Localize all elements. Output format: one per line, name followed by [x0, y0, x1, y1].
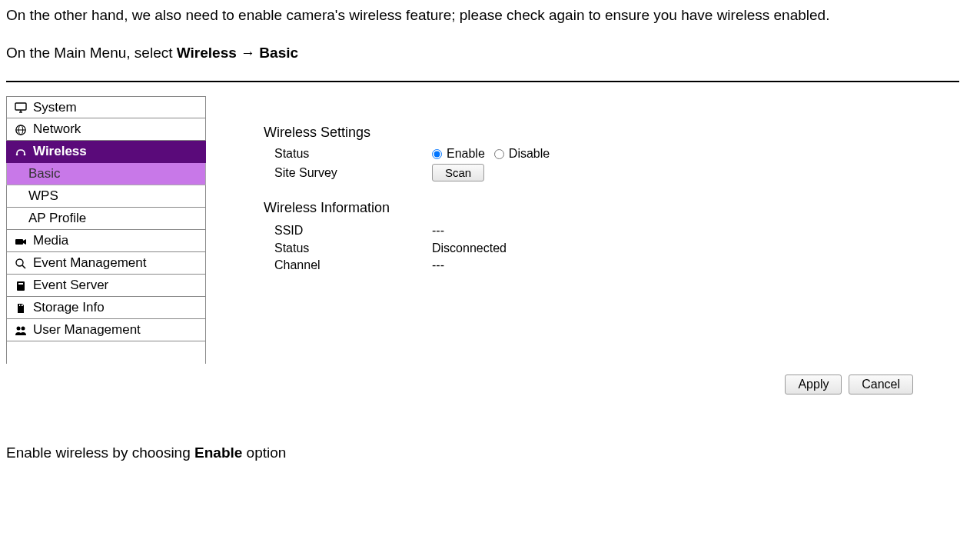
sidebar-item-system[interactable]: System	[6, 96, 206, 118]
svg-rect-15	[21, 305, 22, 306]
sidebar-item-label: Storage Info	[33, 300, 105, 315]
sidebar-item-storage-info[interactable]: Storage Info	[6, 297, 206, 319]
server-icon	[15, 278, 33, 293]
sidebar-item-user-management[interactable]: User Management	[6, 319, 206, 341]
site-survey-row: Site Survey Scan	[264, 164, 550, 181]
doc-para-1: On the other hand, we also need to enabl…	[6, 6, 974, 25]
sidebar-item-wireless[interactable]: Wireless	[6, 141, 206, 163]
svg-rect-0	[15, 103, 26, 110]
sidebar-item-label: System	[33, 100, 77, 115]
para2-prefix: On the Main Menu, select	[6, 45, 177, 61]
svg-point-18	[22, 326, 25, 330]
disable-radio[interactable]	[494, 149, 504, 159]
wireless-icon	[15, 144, 33, 159]
status-label: Status	[264, 147, 432, 161]
doc-para-2: On the Main Menu, select Wireless → Basi…	[6, 44, 974, 63]
status2-row: Status Disconnected	[264, 240, 550, 257]
action-buttons: Apply Cancel	[782, 375, 913, 395]
svg-point-10	[16, 259, 23, 266]
para2-arrow-icon: →	[237, 45, 260, 61]
sidebar-item-label: WPS	[28, 188, 58, 204]
site-survey-label: Site Survey	[264, 166, 432, 180]
ssid-value: ---	[432, 222, 444, 239]
channel-label: Channel	[264, 257, 432, 274]
para2-bold2: Basic	[259, 45, 298, 61]
content-area: Wireless Settings Status Enable Disable …	[264, 125, 550, 274]
disable-label: Disable	[509, 147, 550, 161]
sidebar-item-label: Event Server	[33, 278, 108, 293]
status2-label: Status	[264, 240, 432, 257]
camera-icon	[15, 233, 33, 248]
cancel-button[interactable]: Cancel	[849, 375, 913, 395]
channel-row: Channel ---	[264, 257, 550, 274]
sidebar-item-ap-profile[interactable]: AP Profile	[6, 208, 206, 230]
svg-point-6	[16, 154, 18, 156]
sidebar-item-event-server[interactable]: Event Server	[6, 275, 206, 297]
sidebar-item-empty	[6, 341, 206, 364]
wireless-info-title: Wireless Information	[264, 200, 550, 216]
para3-suffix: option	[242, 444, 286, 461]
para3-bold: Enable	[194, 444, 242, 461]
sd-card-icon	[15, 300, 33, 315]
status-row: Status Enable Disable	[264, 147, 550, 161]
sidebar-item-label: Wireless	[33, 144, 87, 159]
svg-point-17	[17, 326, 21, 330]
svg-rect-16	[22, 305, 23, 306]
scan-button[interactable]: Scan	[432, 164, 484, 181]
sidebar-item-media[interactable]: Media	[6, 230, 206, 252]
apply-button[interactable]: Apply	[785, 375, 842, 395]
svg-marker-9	[23, 239, 26, 245]
sidebar-item-basic[interactable]: Basic	[6, 163, 206, 185]
enable-radio[interactable]	[432, 149, 442, 159]
svg-rect-13	[18, 283, 23, 285]
sidebar-item-wps[interactable]: WPS	[6, 185, 206, 208]
globe-icon	[15, 122, 33, 137]
svg-line-11	[22, 265, 25, 268]
status2-value: Disconnected	[432, 240, 507, 257]
svg-rect-8	[15, 239, 23, 245]
monitor-icon	[15, 100, 33, 115]
sidebar-item-network[interactable]: Network	[6, 118, 206, 141]
channel-value: ---	[432, 257, 444, 274]
users-icon	[15, 322, 33, 338]
sidebar-item-event-management[interactable]: Event Management	[6, 252, 206, 275]
svg-point-7	[24, 154, 26, 156]
magnifier-icon	[15, 255, 33, 271]
sidebar-item-label: Media	[33, 233, 68, 248]
svg-rect-12	[17, 281, 25, 291]
wireless-settings-title: Wireless Settings	[264, 125, 550, 141]
enable-label: Enable	[447, 147, 485, 161]
sidebar-item-label: Event Management	[33, 255, 146, 271]
sidebar-item-label: Basic	[28, 166, 61, 181]
sidebar-item-label: Network	[33, 122, 81, 137]
doc-para-3: Enable wireless by choosing Enable optio…	[6, 444, 974, 463]
screenshot: System Network Wireless Basic WPS AP Pro…	[6, 81, 959, 421]
sidebar-item-label: User Management	[33, 322, 141, 338]
ssid-row: SSID ---	[264, 222, 550, 239]
ssid-label: SSID	[264, 222, 432, 239]
para3-prefix: Enable wireless by choosing	[6, 444, 194, 461]
svg-rect-14	[19, 305, 20, 306]
para2-bold1: Wireless	[177, 45, 237, 61]
sidebar-item-label: AP Profile	[28, 211, 86, 226]
sidebar: System Network Wireless Basic WPS AP Pro…	[6, 96, 206, 364]
